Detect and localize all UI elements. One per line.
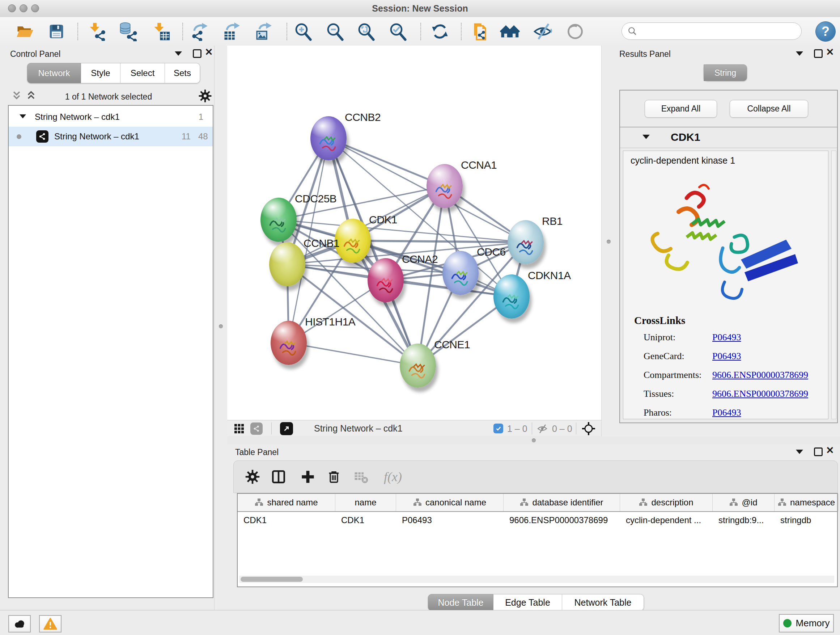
tab-network[interactable]: Network xyxy=(27,63,81,83)
tab-sets[interactable]: Sets xyxy=(165,63,200,83)
import-network-from-file-button[interactable] xyxy=(87,21,107,42)
panel-float-icon[interactable] xyxy=(814,49,823,58)
network-node-ccne1[interactable] xyxy=(400,344,436,388)
column-header-id[interactable]: @id xyxy=(713,494,775,511)
table-cell[interactable]: CDK1 xyxy=(335,512,396,528)
zoom-fit-content-button[interactable] xyxy=(356,21,376,42)
table-cell[interactable]: stringdb:9... xyxy=(713,512,775,528)
refresh-view-button[interactable] xyxy=(430,21,450,42)
network-node-ccna1[interactable] xyxy=(426,164,463,208)
network-canvas[interactable]: CCNB2CCNA1CDC25BCDK1CDC6RB1CCNB1CCNA2CDK… xyxy=(227,46,601,420)
panel-menu-icon[interactable] xyxy=(796,450,803,454)
column-header-namespace[interactable]: namespace xyxy=(775,494,838,511)
table-cell[interactable]: CDK1 xyxy=(238,512,335,528)
crosslink-uniprot-link[interactable]: P06493 xyxy=(712,332,741,343)
hide-selected-button[interactable] xyxy=(532,21,553,42)
export-table-button[interactable] xyxy=(221,21,242,42)
collapse-all-networks-icon[interactable] xyxy=(25,90,37,103)
panel-close-icon[interactable]: ✕ xyxy=(826,447,834,454)
network-collection-row[interactable]: String Network – cdk1 1 xyxy=(9,107,213,127)
table-horizontal-scrollbar[interactable] xyxy=(239,576,834,583)
splitter-handle[interactable] xyxy=(607,240,611,244)
panel-close-icon[interactable]: ✕ xyxy=(826,49,834,56)
network-node-rb1[interactable] xyxy=(508,220,544,264)
show-columns-icon[interactable] xyxy=(271,469,286,485)
splitter-handle[interactable] xyxy=(532,439,536,442)
network-edge[interactable] xyxy=(353,241,526,242)
hidden-eye-slash-icon[interactable] xyxy=(537,423,548,435)
network-row-selected[interactable]: String Network – cdk1 11 48 xyxy=(9,127,213,146)
section-collapse-icon[interactable] xyxy=(643,135,650,139)
new-network-from-selection-button[interactable] xyxy=(469,21,489,42)
cloud-status-button[interactable] xyxy=(8,615,31,632)
column-header-database-identifier[interactable]: database identifier xyxy=(504,494,620,511)
detach-view-icon[interactable] xyxy=(280,422,293,435)
expand-all-networks-icon[interactable] xyxy=(11,90,22,103)
network-node-hist1h1a[interactable] xyxy=(271,321,307,365)
welcome-screen-button[interactable] xyxy=(500,21,520,42)
zoom-out-button[interactable] xyxy=(325,21,345,42)
network-node-ccnb2[interactable] xyxy=(310,116,347,160)
export-network-button[interactable] xyxy=(189,21,210,42)
import-network-from-database-button[interactable] xyxy=(118,21,138,42)
delete-column-trash-icon[interactable] xyxy=(326,469,342,485)
expand-all-button[interactable]: Expand All xyxy=(645,100,717,118)
vertical-splitter-results[interactable] xyxy=(601,46,616,436)
network-node-cdkn1a[interactable] xyxy=(493,274,530,318)
show-all-button[interactable] xyxy=(565,21,585,42)
zoom-selected-button[interactable] xyxy=(388,21,408,42)
panel-float-icon[interactable] xyxy=(193,49,202,58)
network-node-ccnb1[interactable] xyxy=(269,242,305,287)
vertical-splitter[interactable] xyxy=(214,46,228,610)
memory-button[interactable]: Memory xyxy=(779,614,834,632)
gene-section-header[interactable]: CDK1 xyxy=(620,127,837,148)
collection-expand-icon[interactable] xyxy=(19,114,26,119)
tab-node-table[interactable]: Node Table xyxy=(428,594,493,611)
zoom-in-button[interactable] xyxy=(293,21,313,42)
scrollbar-thumb[interactable] xyxy=(240,577,303,582)
column-header-canonical-name[interactable]: canonical name xyxy=(396,494,504,511)
collapse-all-button[interactable]: Collapse All xyxy=(729,100,808,118)
export-image-button[interactable] xyxy=(253,21,273,42)
column-header-description[interactable]: description xyxy=(620,494,713,511)
crosslink-tissues-link[interactable]: 9606.ENSP00000378699 xyxy=(712,388,808,399)
tab-style[interactable]: Style xyxy=(81,63,120,83)
results-scrollbar[interactable] xyxy=(831,150,836,419)
column-header-shared-name[interactable]: shared name xyxy=(238,494,335,511)
string-view-badge-icon[interactable] xyxy=(250,423,263,435)
open-session-button[interactable] xyxy=(14,21,35,42)
network-node-ccna2[interactable] xyxy=(368,258,404,302)
function-builder-icon[interactable]: f(x) xyxy=(378,469,407,485)
table-cell[interactable]: 9606.ENSP00000378699 xyxy=(504,512,620,528)
panel-menu-icon[interactable] xyxy=(175,51,182,56)
delete-table-icon[interactable] xyxy=(353,469,369,485)
table-cell[interactable]: P06493 xyxy=(396,512,504,528)
crosslink-genecard-link[interactable]: P06493 xyxy=(712,351,741,362)
network-node-cdc6[interactable] xyxy=(442,251,478,295)
table-cell[interactable]: cyclin-dependent ... xyxy=(620,512,713,528)
panel-close-icon[interactable]: ✕ xyxy=(205,49,213,56)
network-node-cdc25b[interactable] xyxy=(261,198,297,242)
tab-network-table[interactable]: Network Table xyxy=(562,594,644,611)
add-column-plus-icon[interactable] xyxy=(300,469,316,485)
table-cell[interactable]: stringdb xyxy=(775,512,838,528)
save-session-button[interactable] xyxy=(46,21,66,42)
fit-crosshair-icon[interactable] xyxy=(582,422,595,437)
panel-float-icon[interactable] xyxy=(814,448,823,456)
horizontal-splitter[interactable] xyxy=(227,436,840,445)
column-header-name[interactable]: name xyxy=(335,494,396,511)
import-table-from-file-button[interactable] xyxy=(151,21,172,42)
warnings-button[interactable] xyxy=(39,615,62,632)
search-input[interactable] xyxy=(641,26,794,36)
crosslink-pharos-link[interactable]: P06493 xyxy=(712,407,741,418)
network-node-cdk1[interactable] xyxy=(335,219,371,263)
splitter-handle[interactable] xyxy=(219,325,223,328)
panel-menu-icon[interactable] xyxy=(796,51,803,56)
table-settings-gear-icon[interactable] xyxy=(245,469,261,485)
network-options-gear-icon[interactable] xyxy=(198,89,212,104)
selected-checkbox-icon[interactable] xyxy=(493,424,503,433)
tab-edge-table[interactable]: Edge Table xyxy=(493,594,562,611)
birdseye-grid-icon[interactable] xyxy=(234,423,245,435)
help-button[interactable]: ? xyxy=(815,21,836,42)
crosslink-compartments-link[interactable]: 9606.ENSP00000378699 xyxy=(712,370,808,380)
